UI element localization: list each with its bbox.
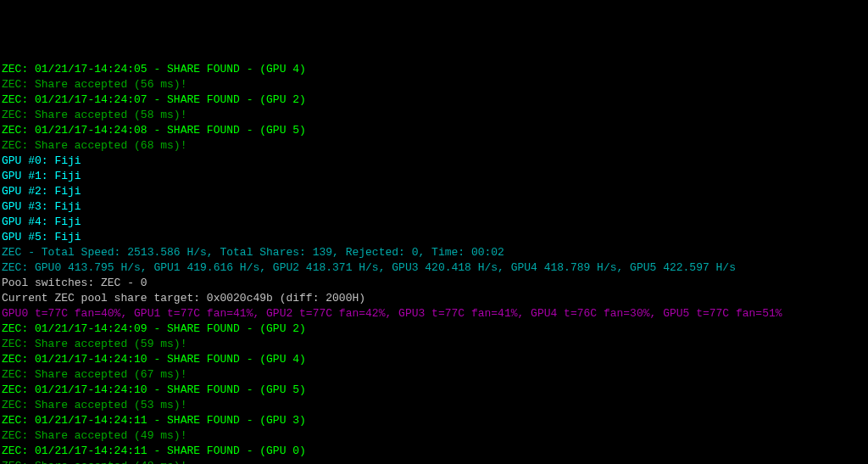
log-line: Pool switches: ZEC - 0 bbox=[2, 276, 866, 291]
log-line: ZEC - Total Speed: 2513.586 H/s, Total S… bbox=[2, 245, 866, 260]
log-line: ZEC: 01/21/17-14:24:11 - SHARE FOUND - (… bbox=[2, 413, 866, 428]
log-line: ZEC: 01/21/17-14:24:05 - SHARE FOUND - (… bbox=[2, 62, 866, 77]
log-line: GPU0 t=77C fan=40%, GPU1 t=77C fan=41%, … bbox=[2, 306, 866, 321]
log-line: GPU #2: Fiji bbox=[2, 184, 866, 199]
log-line: ZEC: Share accepted (59 ms)! bbox=[2, 337, 866, 352]
log-line: ZEC: 01/21/17-14:24:07 - SHARE FOUND - (… bbox=[2, 92, 866, 108]
log-line: ZEC: 01/21/17-14:24:10 - SHARE FOUND - (… bbox=[2, 383, 866, 398]
log-line: ZEC: Share accepted (49 ms)! bbox=[2, 428, 866, 444]
log-line: GPU #4: Fiji bbox=[2, 215, 866, 230]
log-line: ZEC: Share accepted (67 ms)! bbox=[2, 367, 866, 383]
log-line: GPU #0: Fiji bbox=[2, 154, 866, 169]
log-line: GPU #5: Fiji bbox=[2, 230, 866, 245]
log-line: GPU #3: Fiji bbox=[2, 199, 866, 215]
log-line: ZEC: Share accepted (48 ms)! bbox=[2, 459, 866, 464]
log-line: ZEC: GPU0 413.795 H/s, GPU1 419.616 H/s,… bbox=[2, 260, 866, 276]
terminal-output: ZEC: 01/21/17-14:24:05 - SHARE FOUND - (… bbox=[2, 62, 866, 464]
log-line: ZEC: 01/21/17-14:24:08 - SHARE FOUND - (… bbox=[2, 123, 866, 138]
log-line: ZEC: Share accepted (58 ms)! bbox=[2, 108, 866, 123]
log-line: ZEC: Share accepted (68 ms)! bbox=[2, 138, 866, 154]
log-line: GPU #1: Fiji bbox=[2, 169, 866, 184]
log-line: ZEC: 01/21/17-14:24:10 - SHARE FOUND - (… bbox=[2, 352, 866, 367]
log-line: Current ZEC pool share target: 0x0020c49… bbox=[2, 291, 866, 306]
log-line: ZEC: 01/21/17-14:24:09 - SHARE FOUND - (… bbox=[2, 321, 866, 337]
log-line: ZEC: Share accepted (56 ms)! bbox=[2, 77, 866, 92]
log-line: ZEC: 01/21/17-14:24:11 - SHARE FOUND - (… bbox=[2, 444, 866, 459]
log-line: ZEC: Share accepted (53 ms)! bbox=[2, 398, 866, 413]
